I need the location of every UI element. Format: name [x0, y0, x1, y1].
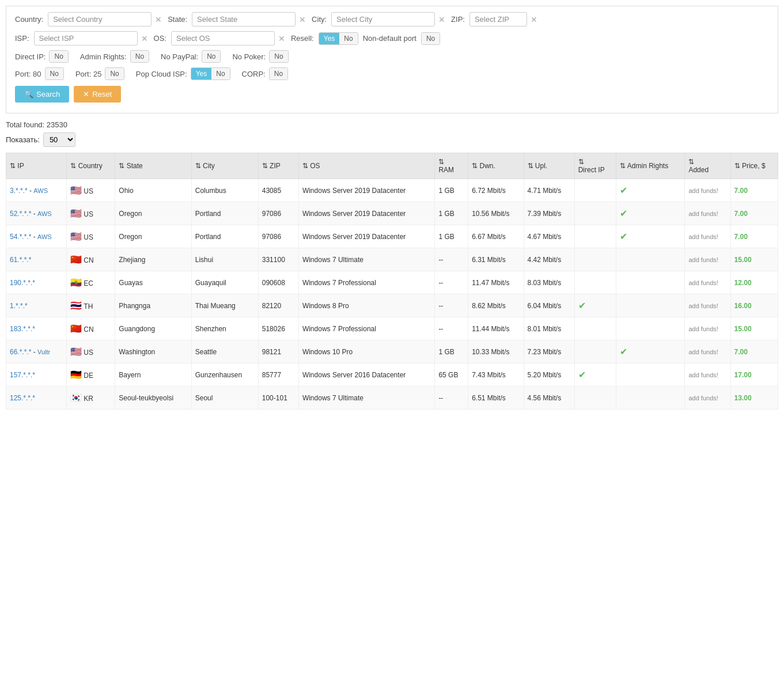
nondefault-no-btn[interactable]: No: [422, 33, 440, 44]
th-upl[interactable]: ⇅ Upl.: [524, 153, 574, 179]
cell-dwn: 7.43 Mbit/s: [468, 363, 524, 387]
ip-link[interactable]: 190.*.*.*: [10, 279, 35, 287]
state-select[interactable]: Select State: [192, 12, 296, 26]
th-city[interactable]: ⇅ City: [191, 153, 258, 179]
port25-toggle[interactable]: No: [105, 67, 124, 80]
provider-link[interactable]: AWS: [37, 210, 52, 217]
table-row: 190.*.*.* 🇪🇨EC Guayas Guayaquil 090608 W…: [6, 271, 778, 294]
cell-state: Guangdong: [115, 317, 191, 340]
cell-direct-ip: [574, 179, 616, 202]
th-country[interactable]: ⇅ Country: [67, 153, 115, 179]
country-select[interactable]: Select Country: [48, 12, 152, 26]
ip-link[interactable]: 52.*.*.*: [10, 210, 31, 218]
ip-link[interactable]: 157.*.*.*: [10, 371, 35, 379]
th-direct-ip[interactable]: ⇅Direct IP: [574, 153, 616, 179]
admin-rights-toggle[interactable]: No: [130, 50, 149, 63]
th-zip[interactable]: ⇅ ZIP: [258, 153, 298, 179]
ip-link[interactable]: 66.*.*.*: [10, 348, 31, 356]
add-funds-text[interactable]: add funds!: [688, 210, 718, 217]
cell-added: add funds!: [685, 340, 730, 363]
provider-link[interactable]: AWS: [33, 187, 48, 194]
cell-zip: 82120: [258, 294, 298, 317]
ip-link[interactable]: 1.*.*.*: [10, 302, 28, 310]
corp-no-btn[interactable]: No: [270, 68, 287, 79]
pop-cloud-filter: Pop Cloud ISP: Yes No: [136, 67, 230, 80]
cell-dwn: 6.31 Mbit/s: [468, 248, 524, 271]
provider-link[interactable]: Vultr: [37, 348, 50, 355]
corp-toggle[interactable]: No: [269, 67, 288, 80]
pop-cloud-yes-btn[interactable]: Yes: [191, 68, 212, 79]
os-clear-btn[interactable]: ✕: [277, 35, 286, 43]
port80-toggle[interactable]: No: [45, 67, 64, 80]
ip-link[interactable]: 61.*.*.*: [10, 256, 31, 264]
no-poker-toggle[interactable]: No: [269, 50, 288, 63]
admin-rights-no-btn[interactable]: No: [131, 51, 149, 62]
add-funds-text[interactable]: add funds!: [688, 233, 718, 240]
flag-icon: 🇨🇳: [70, 255, 82, 264]
resell-toggle[interactable]: Yes No: [319, 32, 358, 45]
th-dwn[interactable]: ⇅ Dwn.: [468, 153, 524, 179]
resell-no-btn[interactable]: No: [339, 33, 357, 44]
th-os[interactable]: ⇅ OS: [298, 153, 435, 179]
direct-ip-toggle[interactable]: No: [49, 50, 68, 63]
add-funds-text[interactable]: add funds!: [688, 395, 718, 401]
price-value: 15.00: [734, 325, 752, 333]
price-value: 7.00: [734, 348, 748, 356]
country-clear-btn[interactable]: ✕: [154, 16, 163, 24]
ip-link[interactable]: 54.*.*.*: [10, 233, 31, 241]
isp-clear-btn[interactable]: ✕: [140, 35, 149, 43]
ip-link[interactable]: 125.*.*.*: [10, 394, 35, 402]
add-funds-text[interactable]: add funds!: [688, 187, 718, 194]
add-funds-text[interactable]: add funds!: [688, 348, 718, 355]
cell-ip: 52.*.*.* - AWS: [6, 202, 67, 225]
price-value: 13.00: [734, 394, 752, 402]
th-ip[interactable]: ⇅ IP: [6, 153, 67, 179]
isp-select[interactable]: Select ISP: [34, 31, 138, 46]
direct-ip-no-btn[interactable]: No: [50, 51, 67, 62]
provider-link[interactable]: AWS: [37, 233, 52, 240]
th-admin-rights[interactable]: ⇅ Admin Rights: [616, 153, 685, 179]
cell-zip: 43085: [258, 179, 298, 202]
city-select[interactable]: Select City: [331, 12, 435, 26]
pop-cloud-toggle[interactable]: Yes No: [191, 67, 230, 80]
show-select[interactable]: 50 100 200: [43, 132, 75, 147]
port80-no-btn[interactable]: No: [46, 68, 63, 79]
th-ram[interactable]: ⇅RAM: [435, 153, 468, 179]
results-table: ⇅ IP ⇅ Country ⇅ State ⇅ City ⇅ ZIP ⇅ OS…: [6, 153, 778, 410]
state-clear-btn[interactable]: ✕: [298, 16, 307, 24]
search-button[interactable]: 🔍 Search: [15, 86, 69, 103]
no-paypal-toggle[interactable]: No: [202, 50, 221, 63]
resell-yes-btn[interactable]: Yes: [319, 33, 340, 44]
search-icon: 🔍: [24, 90, 33, 98]
th-price[interactable]: ⇅ Price, $: [730, 153, 778, 179]
add-funds-text[interactable]: add funds!: [688, 256, 718, 263]
add-funds-text[interactable]: add funds!: [688, 279, 718, 286]
reset-button[interactable]: ✕ Reset: [74, 86, 121, 103]
cell-direct-ip: [574, 202, 616, 225]
ip-link[interactable]: 3.*.*.*: [10, 187, 28, 195]
th-state[interactable]: ⇅ State: [115, 153, 191, 179]
port25-no-btn[interactable]: No: [105, 68, 123, 79]
th-added[interactable]: ⇅Added: [685, 153, 730, 179]
cell-city: Seoul: [191, 387, 258, 410]
city-clear-btn[interactable]: ✕: [437, 16, 446, 24]
add-funds-text[interactable]: add funds!: [688, 302, 718, 309]
zip-select[interactable]: Select ZIP: [469, 12, 527, 26]
add-funds-text[interactable]: add funds!: [688, 372, 718, 378]
sort-price-icon: ⇅: [734, 162, 740, 170]
nondefault-toggle[interactable]: No: [421, 32, 440, 45]
os-select[interactable]: Select OS: [171, 31, 275, 46]
cell-upl: 4.71 Mbit/s: [524, 179, 574, 202]
port80-filter: Port: 80 No: [15, 67, 64, 80]
filter-row-2: ISP: Select ISP ✕ OS: Select OS ✕ Resell…: [15, 31, 769, 46]
no-poker-no-btn[interactable]: No: [270, 51, 287, 62]
no-paypal-no-btn[interactable]: No: [202, 51, 220, 62]
add-funds-text[interactable]: add funds!: [688, 325, 718, 332]
ip-link[interactable]: 183.*.*.*: [10, 325, 35, 333]
results-info: Total found: 23530: [6, 120, 778, 129]
zip-clear-btn[interactable]: ✕: [529, 16, 539, 24]
cell-os: Windows 7 Professional: [298, 317, 435, 340]
cell-country: 🇨🇳CN: [67, 248, 115, 271]
pop-cloud-no-btn[interactable]: No: [211, 68, 229, 79]
cell-added: add funds!: [685, 179, 730, 202]
